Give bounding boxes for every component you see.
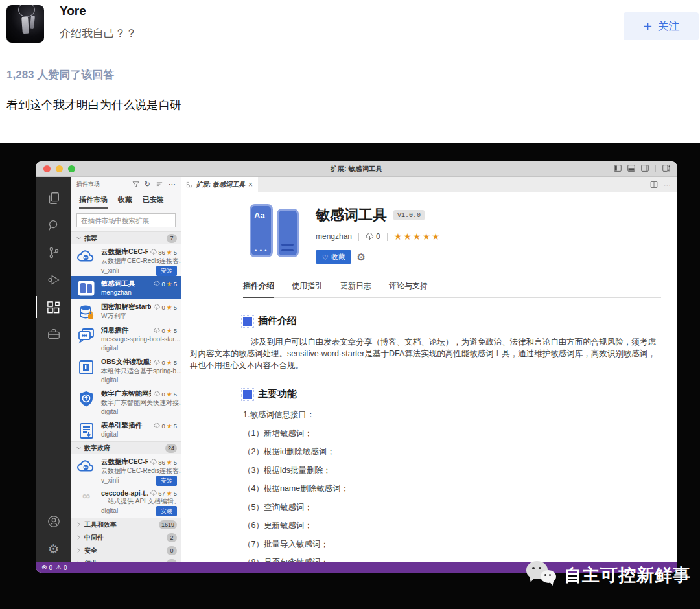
answer-post-header: Yore 介绍我自己？？ 关注 1,283 人赞同了该回答 看到这个我才明白为什… xyxy=(0,0,700,143)
run-debug-icon[interactable] xyxy=(36,266,71,293)
minimize-window-button[interactable] xyxy=(56,165,63,172)
toggle-secondary-sidebar-icon[interactable] xyxy=(640,164,649,172)
section-recommended[interactable]: 推荐 7 xyxy=(71,231,181,244)
extension-detail-page: Aa • • • 敏感词工具 v1.0.0 mengzhan xyxy=(181,192,677,562)
plus-icon xyxy=(643,21,653,31)
more-actions-icon[interactable]: ⋯ xyxy=(664,181,671,189)
extension-list-item[interactable]: ∞ ceccode-api-t... 67★5 一站式提供 API 文档编辑、.… xyxy=(71,486,181,518)
extension-logo: Aa • • • xyxy=(250,204,299,260)
extension-list-item[interactable]: 云数据库CEC-R... 86★5 云数据库CEC-Redis连接客... v_… xyxy=(71,454,181,486)
tab-favorites[interactable]: 收藏 xyxy=(118,195,132,209)
extension-list-item-selected[interactable]: 敏感词工具 0★5 mengzhan xyxy=(71,276,181,299)
api-infinity-icon: ∞ xyxy=(76,489,96,514)
split-editor-icon[interactable] xyxy=(650,181,658,189)
settings-gear-icon[interactable]: ⚙ xyxy=(36,535,71,562)
clear-results-icon[interactable] xyxy=(156,181,163,188)
close-window-button[interactable] xyxy=(43,165,51,172)
account-icon[interactable] xyxy=(36,508,71,535)
chevron-right-icon xyxy=(75,547,82,554)
problems-errors[interactable]: ⊗ 0 xyxy=(41,564,52,571)
watermark: 自主可控新鲜事 xyxy=(526,561,691,590)
window-titlebar[interactable]: 扩展: 敏感词工具 xyxy=(36,161,677,177)
upvote-count-text[interactable]: 1,283 人赞同了该回答 xyxy=(6,67,114,82)
cloud-extension-icon xyxy=(76,247,96,273)
tab-marketplace[interactable]: 插件市场 xyxy=(79,195,108,209)
more-actions-icon[interactable]: ⋯ xyxy=(169,181,176,188)
toggle-sidebar-icon[interactable] xyxy=(613,164,622,172)
close-tab-icon[interactable]: × xyxy=(248,181,253,189)
feature-item: （3）根据ids批量删除； xyxy=(243,465,661,476)
intro-paragraph: 涉及到用户可以自由发表文章分享（博客、文档、论坛），为避免政治、法律和言论自由方… xyxy=(190,336,663,371)
avatar[interactable] xyxy=(6,5,44,43)
tab-comments[interactable]: 评论与支持 xyxy=(389,281,428,297)
message-bubble-icon xyxy=(76,326,96,351)
section-badge: 24 xyxy=(165,444,177,453)
download-count: 0 xyxy=(366,232,380,241)
maximize-window-button[interactable] xyxy=(68,165,75,172)
tab-usage-guide[interactable]: 使用指引 xyxy=(292,281,323,297)
rating-stars[interactable]: ★★★★★ xyxy=(394,231,441,242)
favorite-button[interactable]: ♡ 收藏 xyxy=(316,250,351,264)
explorer-icon[interactable] xyxy=(36,185,71,212)
search-icon[interactable] xyxy=(36,212,71,239)
problems-warnings[interactable]: ⚠ 0 xyxy=(56,564,67,571)
avatar-decor xyxy=(21,17,29,34)
extension-name: 敏感词工具 xyxy=(316,205,387,225)
manage-gear-icon[interactable]: ⚙ xyxy=(356,252,365,262)
divider xyxy=(387,233,388,241)
extension-search-input[interactable] xyxy=(76,213,176,227)
publisher-name[interactable]: mengzhan xyxy=(316,232,352,241)
install-button[interactable]: 安装 xyxy=(156,266,177,276)
toggle-panel-icon[interactable] xyxy=(627,164,636,172)
extension-list-item[interactable]: 表单引擎插件 0★5 digital xyxy=(71,418,181,441)
extension-list: 推荐 7 云数据库CEC-R... 86★5 云数据库CEC-Redis连接客.… xyxy=(71,231,181,562)
answer-text: 看到这个我才明白为什么说是自研 xyxy=(6,97,181,113)
database-lock-icon xyxy=(76,303,96,319)
divider xyxy=(655,165,656,172)
extension-page-icon xyxy=(186,181,192,188)
watermark-text: 自主可控新鲜事 xyxy=(564,564,691,587)
editor-tab-extension[interactable]: 扩展: 敏感词工具 × xyxy=(181,177,258,192)
source-control-icon[interactable] xyxy=(36,239,71,266)
section-heading-intro: 插件介绍 xyxy=(243,315,661,327)
tab-changelog[interactable]: 更新日志 xyxy=(340,281,371,297)
extension-list-item[interactable]: 消息插件 0★5 message-spring-boot-star... dig… xyxy=(71,323,181,354)
extension-list-item[interactable]: 云数据库CEC-R... 86★5 云数据库CEC-Redis连接客... v_… xyxy=(71,244,181,276)
editor-tabbar: 扩展: 敏感词工具 × ⋯ xyxy=(181,177,677,192)
feature-item: （5）查询敏感词； xyxy=(243,502,661,513)
filter-icon[interactable] xyxy=(132,181,139,188)
cloud-download-icon xyxy=(366,233,374,240)
extensions-icon[interactable] xyxy=(36,293,71,321)
heart-icon: ♡ xyxy=(322,253,328,261)
section-tools[interactable]: 工具和效率 1619 xyxy=(71,518,181,531)
chevron-down-icon xyxy=(75,444,82,452)
customize-layout-icon[interactable] xyxy=(662,164,671,172)
features-list: 1.敏感词信息接口： （1）新增敏感词； （2）根据id删除敏感词； （3）根据… xyxy=(243,409,661,562)
detail-tabs: 插件介绍 使用指引 更新日志 评论与支持 xyxy=(243,281,661,298)
feature-item: （1）新增敏感词； xyxy=(243,428,661,439)
install-button[interactable]: 安装 xyxy=(156,506,177,516)
divider xyxy=(358,233,359,241)
marketplace-briefcase-icon[interactable] xyxy=(36,321,71,348)
obs-file-icon xyxy=(76,358,96,383)
tab-installed[interactable]: 已安装 xyxy=(143,195,164,209)
feature-item: （2）根据id删除敏感词； xyxy=(243,446,661,457)
author-name[interactable]: Yore xyxy=(60,4,86,18)
extensions-sidebar: 插件市场 ↻ ⋯ 插件市场 收藏 已安装 xyxy=(71,177,181,562)
feature-item: （6）更新敏感词； xyxy=(243,520,661,531)
vscode-window: 扩展: 敏感词工具 xyxy=(36,161,677,573)
install-button[interactable]: 安装 xyxy=(156,476,177,486)
section-middleware[interactable]: 中间件 2 xyxy=(71,531,181,544)
extension-list-item[interactable]: OBS文件读取服务 0★5 本组件只适合基于spring-b... digita… xyxy=(71,354,181,386)
refresh-icon[interactable]: ↻ xyxy=(145,181,150,188)
form-engine-icon xyxy=(76,421,96,438)
follow-button[interactable]: 关注 xyxy=(624,12,699,40)
tab-plugin-intro[interactable]: 插件介绍 xyxy=(243,281,274,298)
extension-list-item[interactable]: 国密加解密starte... 0★5 W万利平 xyxy=(71,299,181,323)
section-industry[interactable]: 行业 0 xyxy=(71,557,181,562)
extension-list-item[interactable]: 数字广东智能网关... 0★5 数字广东智能网关快速对接... digital xyxy=(71,386,181,418)
section-security[interactable]: 安全 0 xyxy=(71,544,181,557)
chevron-right-icon xyxy=(75,534,82,541)
follow-button-label: 关注 xyxy=(658,19,680,34)
section-digital-gov[interactable]: 数字政府 24 xyxy=(71,441,181,454)
